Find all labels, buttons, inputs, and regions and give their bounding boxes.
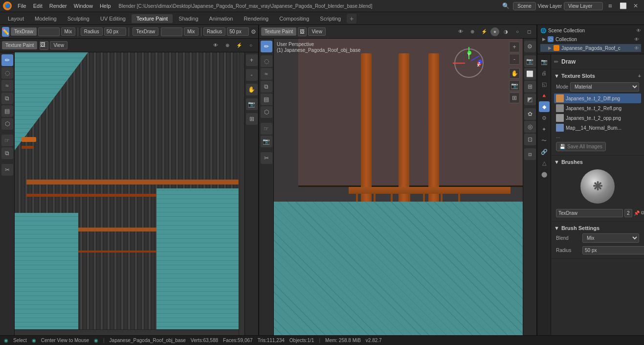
vp-camera-set-icon[interactable]: 📷 xyxy=(509,80,520,91)
texture-slot-2[interactable]: Japanes_te..t_2_Refl.png xyxy=(554,103,641,113)
viewport-view-btn[interactable]: View xyxy=(308,27,326,36)
vp-shading-rendered[interactable]: ○ xyxy=(512,26,523,37)
brush-pin-icon[interactable]: 📌 xyxy=(634,207,640,218)
texture-paint-mode-btn[interactable]: Texture Paint xyxy=(2,41,37,49)
fullscreen-icon[interactable]: ⬜ xyxy=(618,0,628,11)
blend-mode-btn2[interactable]: Mix xyxy=(184,27,199,36)
vp-right-7[interactable]: ◎ xyxy=(524,121,536,133)
uv-snap-icon[interactable]: ⚡ xyxy=(234,40,244,51)
search-icon[interactable]: 🔍 xyxy=(500,0,511,11)
material-props-icon[interactable]: ⬤ xyxy=(539,169,550,180)
grid-icon[interactable]: ⊞ xyxy=(246,113,258,125)
texture-slots-header[interactable]: ▼ Texture Slots + xyxy=(554,71,641,80)
vp-shading-wireframe[interactable]: ◻ xyxy=(524,26,534,37)
texture-slot-3[interactable]: Japanes_te..t_2_opp.png xyxy=(554,113,641,123)
vp-shading-solid[interactable]: ● xyxy=(490,27,499,36)
save-all-images-button[interactable]: 💾 Save All Images xyxy=(556,142,606,151)
vp-clone-icon[interactable]: ⧉ xyxy=(261,81,272,92)
vp-right-1[interactable]: ⚙ xyxy=(524,41,536,52)
brush-mode-btn2[interactable]: TexDraw xyxy=(133,27,158,36)
zoom-out-icon[interactable]: - xyxy=(246,69,258,81)
ws-tab-layout[interactable]: Layout xyxy=(3,14,29,23)
uv-scrollbar-horizontal[interactable] xyxy=(15,329,239,335)
scene-props-icon[interactable]: 🔺 xyxy=(539,90,550,101)
physics-props-icon[interactable]: 〜 xyxy=(539,135,550,146)
vp-camera-icon[interactable]: 📷 xyxy=(261,136,272,147)
sub-icon-1[interactable]: 🖼 xyxy=(40,41,48,50)
ws-tab-uv-editing[interactable]: UV Editing xyxy=(95,14,131,23)
blend-select[interactable]: Mix Add Multiply xyxy=(582,233,639,243)
texture-paint-btn[interactable]: Texture Paint xyxy=(261,27,296,36)
vp-snap-icon[interactable]: ⚡ xyxy=(479,26,489,37)
menu-render[interactable]: Render xyxy=(46,2,70,10)
radius-input[interactable] xyxy=(104,27,126,36)
vp-zoom-in-icon[interactable]: + xyxy=(509,42,520,52)
ws-tab-shading[interactable]: Shading xyxy=(174,14,203,23)
vp-right-4[interactable]: ⊞ xyxy=(524,81,536,92)
vp-right-8[interactable]: ⊡ xyxy=(524,134,536,145)
ws-tab-sculpting[interactable]: Sculpting xyxy=(63,14,94,23)
vp-grab-icon[interactable]: ☞ xyxy=(261,123,272,135)
blend-mode-btn[interactable]: Mix xyxy=(61,27,76,36)
vp-fill-icon[interactable]: ▤ xyxy=(261,93,272,105)
render-props-icon[interactable]: 📷 xyxy=(539,56,550,67)
vp-smear-icon[interactable]: ≈ xyxy=(261,68,272,80)
copy-tool-icon[interactable]: ⧉ xyxy=(1,147,13,159)
brush-settings-header[interactable]: ▼ Brush Settings xyxy=(554,224,641,232)
vp-right-2[interactable]: 📷 xyxy=(524,55,536,67)
add-workspace-icon[interactable]: ⊞ xyxy=(605,0,616,11)
uv-gizmo-icon[interactable]: ⊕ xyxy=(222,40,233,51)
paint-mode-icon[interactable]: ✏️ xyxy=(2,27,9,37)
texture-slot-1[interactable]: Japanes_te..t_2_Diff.png xyxy=(554,93,641,103)
uv-overlay-icon[interactable]: 👁 xyxy=(210,40,221,51)
scene-input[interactable]: Scene xyxy=(513,2,535,10)
outliner-object-row[interactable]: ▶ Japanese_Pagoda_Roof_c 👁 xyxy=(540,44,641,52)
uv-proportional-icon[interactable]: ○ xyxy=(245,40,256,51)
view-btn[interactable]: View xyxy=(50,41,67,49)
modifier-props-icon[interactable]: ⚙ xyxy=(539,113,550,123)
mask-tool-icon[interactable]: ⬡ xyxy=(1,118,13,130)
brush-color-swatch2[interactable] xyxy=(161,27,182,36)
object-props-icon[interactable]: ◆ xyxy=(539,101,550,112)
menu-edit[interactable]: Edit xyxy=(30,2,45,10)
gizmo-y-dot[interactable]: Y xyxy=(467,51,471,55)
menu-file[interactable]: File xyxy=(15,2,29,10)
brush-settings-icon[interactable]: ⚙ xyxy=(250,26,256,37)
ws-tab-scripting[interactable]: Scripting xyxy=(315,14,346,23)
soften-tool-icon[interactable]: ◌ xyxy=(1,67,13,79)
vp-right-9[interactable]: ⧈ xyxy=(524,148,536,160)
ts-add-icon[interactable]: + xyxy=(638,73,641,79)
menu-help[interactable]: Help xyxy=(97,2,114,10)
radius-input2[interactable] xyxy=(227,27,249,36)
uv-canvas[interactable] xyxy=(15,52,244,335)
view-layer-input[interactable]: View Layer xyxy=(564,2,603,10)
vp-zoom-out-icon[interactable]: - xyxy=(509,54,520,65)
vp-right-6[interactable]: ✿ xyxy=(524,108,536,120)
zoom-in-icon[interactable]: + xyxy=(246,54,258,66)
viewport-icon[interactable]: 🖼 xyxy=(298,27,307,36)
vp-overlay-icon[interactable]: 👁 xyxy=(455,26,466,37)
brush-color-swatch[interactable] xyxy=(38,27,60,36)
outliner-collection-row[interactable]: ▶ ⬡ Collection 👁 xyxy=(540,35,641,43)
texture-slot-4[interactable]: Map__14_Normal_Bum... xyxy=(554,123,641,133)
brush-mode-btn[interactable]: TexDraw xyxy=(11,27,37,36)
pan-icon[interactable]: ✋ xyxy=(246,84,258,95)
view-layer-props-icon[interactable]: ◱ xyxy=(539,79,550,90)
ws-tab-animation[interactable]: Animation xyxy=(204,14,238,23)
uv-scrollbar-vertical[interactable] xyxy=(239,52,244,335)
brush-copy-icon[interactable]: ⧉ xyxy=(641,207,644,218)
brush-name-input[interactable] xyxy=(556,209,623,217)
data-props-icon[interactable]: △ xyxy=(539,158,550,168)
output-props-icon[interactable]: 🖨 xyxy=(539,68,550,78)
viewport-3d-canvas[interactable]: X Y Z User Perspective (1) Japanese_P xyxy=(274,39,523,335)
vp-soften-icon[interactable]: ◌ xyxy=(261,55,272,67)
vp-erase-icon[interactable]: ✂ xyxy=(261,152,272,164)
erase-tool-icon[interactable]: ✂ xyxy=(1,164,13,176)
constraints-props-icon[interactable]: 🔗 xyxy=(539,146,550,157)
menu-window[interactable]: Window xyxy=(71,2,96,10)
vp-shading-material[interactable]: ◑ xyxy=(500,26,511,37)
vp-grid-set-icon[interactable]: ⊞ xyxy=(509,92,520,103)
particles-props-icon[interactable]: ✦ xyxy=(539,124,550,135)
vp-draw-icon[interactable]: ✏ xyxy=(261,41,272,52)
radius-bs-input[interactable] xyxy=(582,246,644,254)
